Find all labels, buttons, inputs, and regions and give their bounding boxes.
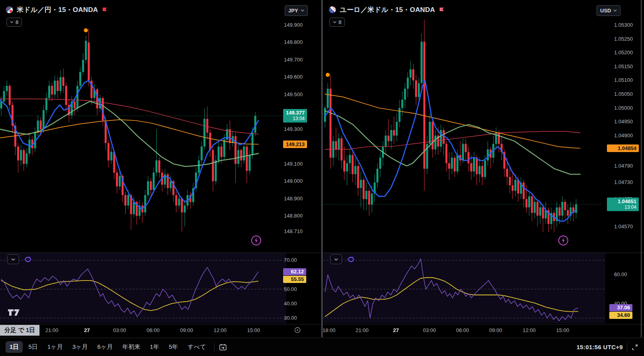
- instant-order-bolt-button[interactable]: [558, 235, 569, 247]
- session-clock[interactable]: 15:01:56 UTC+9: [577, 344, 623, 350]
- time-tick[interactable]: 27: [393, 327, 399, 333]
- toolbar-divider: [627, 343, 627, 352]
- sync-indicator-icon[interactable]: [23, 255, 33, 264]
- price-tick[interactable]: 148.710: [284, 228, 303, 234]
- price-tick[interactable]: 148.800: [284, 213, 303, 219]
- price-tick[interactable]: 149.900: [284, 22, 303, 28]
- rsi-settings-chevron-button[interactable]: [330, 254, 342, 264]
- price-tick[interactable]: 149.300: [284, 126, 303, 132]
- usdjpy-alert-flag-icon[interactable]: [102, 7, 108, 13]
- time-tick[interactable]: 09:00: [489, 327, 502, 333]
- last-price-label: 149.37713:04: [283, 109, 307, 123]
- price-tick[interactable]: 149.500: [284, 91, 303, 97]
- range-button-5日[interactable]: 5日: [24, 341, 41, 353]
- rsi-ma-value-label: 34.60: [609, 312, 632, 319]
- usdjpy-rsi-controls: [7, 254, 33, 264]
- chevron-down-icon: [301, 9, 304, 12]
- price-tick[interactable]: 148.900: [284, 196, 303, 202]
- chevron-down-icon: [334, 258, 338, 261]
- eurusd-currency-label: USD: [600, 8, 611, 14]
- usdjpy-interval-chip[interactable]: 8: [6, 18, 22, 27]
- time-tick[interactable]: 27: [84, 327, 90, 333]
- toolbar-divider: [214, 343, 215, 352]
- eurusd-chart-header: ユーロ／米ドル・15・OANDA: [329, 5, 445, 14]
- usdjpy-currency-dropdown[interactable]: JPY: [285, 5, 308, 16]
- chevron-down-icon: [11, 258, 15, 261]
- time-tick[interactable]: 15:00: [247, 327, 260, 333]
- range-button-3ヶ月[interactable]: 3ヶ月: [68, 341, 92, 353]
- rsi-tick[interactable]: 60.00: [614, 271, 627, 277]
- pane-separator[interactable]: [0, 253, 321, 253]
- range-button-5年[interactable]: 5年: [165, 341, 182, 353]
- range-button-1年[interactable]: 1年: [146, 341, 163, 353]
- ma-line-blue: [325, 80, 576, 221]
- rsi-value-label: 37.06: [609, 304, 632, 311]
- price-tick[interactable]: 149.600: [284, 74, 303, 80]
- price-tick[interactable]: 1.04900: [614, 133, 633, 138]
- price-tick[interactable]: 1.05000: [614, 105, 633, 111]
- rsi-tick[interactable]: 30.00: [284, 315, 297, 321]
- chevron-down-icon: [333, 21, 337, 24]
- eurusd-alert-flag-icon[interactable]: [439, 7, 445, 13]
- price-tick[interactable]: 149.700: [284, 57, 303, 63]
- price-tick[interactable]: 1.04730: [614, 179, 633, 185]
- sync-indicator-icon[interactable]: [346, 255, 356, 264]
- time-tick[interactable]: 12:00: [214, 327, 227, 333]
- last-price-label: 1.0465113:04: [607, 198, 639, 211]
- time-tick[interactable]: 03:00: [113, 327, 126, 333]
- ma-value-label: 1.04854: [607, 144, 639, 152]
- price-tick[interactable]: 149.800: [284, 39, 303, 45]
- range-button-年初来[interactable]: 年初来: [118, 341, 144, 353]
- rsi-ma-value-label: 55.55: [283, 276, 306, 283]
- lightning-bolt-icon: [562, 238, 565, 243]
- pane-separator[interactable]: [323, 253, 644, 253]
- price-tick[interactable]: 1.05150: [614, 63, 633, 69]
- price-tick[interactable]: 149.100: [284, 161, 303, 167]
- panel-divider-handle[interactable]: [321, 0, 323, 337]
- price-tick[interactable]: 1.04570: [614, 223, 633, 229]
- date-range-buttons: 1日5日1ヶ月3ヶ月6ヶ月年初来1年5年すべて: [6, 341, 210, 353]
- time-tick[interactable]: 06:00: [147, 327, 160, 333]
- range-button-6ヶ月[interactable]: 6ヶ月: [93, 341, 117, 353]
- scroll-to-current-bar-button[interactable]: [294, 326, 301, 335]
- price-tick[interactable]: 1.05300: [614, 22, 633, 28]
- time-tick[interactable]: 12:00: [523, 327, 536, 333]
- price-tick[interactable]: 1.04950: [614, 119, 633, 125]
- rsi-tick[interactable]: 70.00: [284, 257, 297, 263]
- usdjpy-chart-canvas[interactable]: [0, 0, 321, 337]
- rsi-settings-chevron-button[interactable]: [7, 254, 19, 264]
- window-right-edge: [641, 0, 642, 337]
- range-button-1ヶ月[interactable]: 1ヶ月: [43, 341, 67, 353]
- time-tick[interactable]: 09:00: [180, 327, 193, 333]
- time-tick[interactable]: 18:00: [323, 327, 335, 333]
- usdjpy-symbol-title[interactable]: 米ドル／円・15・OANDA: [17, 5, 98, 14]
- usdjpy-currency-label: JPY: [288, 8, 298, 14]
- range-button-すべて[interactable]: すべて: [183, 341, 210, 353]
- instant-order-bolt-button[interactable]: [251, 235, 262, 247]
- rsi-tick[interactable]: 50.00: [284, 286, 297, 292]
- fullscreen-button[interactable]: [631, 344, 638, 351]
- time-tick[interactable]: 06:00: [456, 327, 469, 333]
- eurusd-chart-canvas[interactable]: [323, 0, 644, 337]
- price-tick[interactable]: 1.05050: [614, 91, 633, 97]
- tradingview-logo[interactable]: [7, 307, 23, 318]
- price-tick[interactable]: 1.05200: [614, 49, 633, 55]
- eurusd-currency-dropdown[interactable]: USD: [597, 5, 620, 16]
- time-tick[interactable]: 03:00: [423, 327, 436, 333]
- eurusd-symbol-title[interactable]: ユーロ／米ドル・15・OANDA: [340, 5, 435, 14]
- price-tick[interactable]: 1.05250: [614, 36, 633, 42]
- eurusd-interval-chip[interactable]: 8: [329, 18, 345, 27]
- rsi-tick[interactable]: 40.00: [284, 301, 297, 307]
- price-tick[interactable]: 1.04790: [614, 163, 633, 169]
- go-to-date-button[interactable]: [219, 343, 227, 352]
- time-tick[interactable]: 15:00: [556, 327, 569, 333]
- range-tooltip-text: 分足 で 1日: [4, 326, 35, 334]
- chevron-down-icon: [613, 9, 617, 12]
- time-tick[interactable]: 21:00: [356, 327, 369, 333]
- price-tick[interactable]: 149.000: [284, 178, 303, 184]
- ma-line-orange: [325, 94, 580, 148]
- time-tick[interactable]: 21:00: [45, 327, 59, 333]
- usdjpy-chart-header: 米ドル／円・15・OANDA: [6, 5, 108, 14]
- price-tick[interactable]: 1.05100: [614, 77, 633, 83]
- range-button-1日[interactable]: 1日: [6, 341, 23, 353]
